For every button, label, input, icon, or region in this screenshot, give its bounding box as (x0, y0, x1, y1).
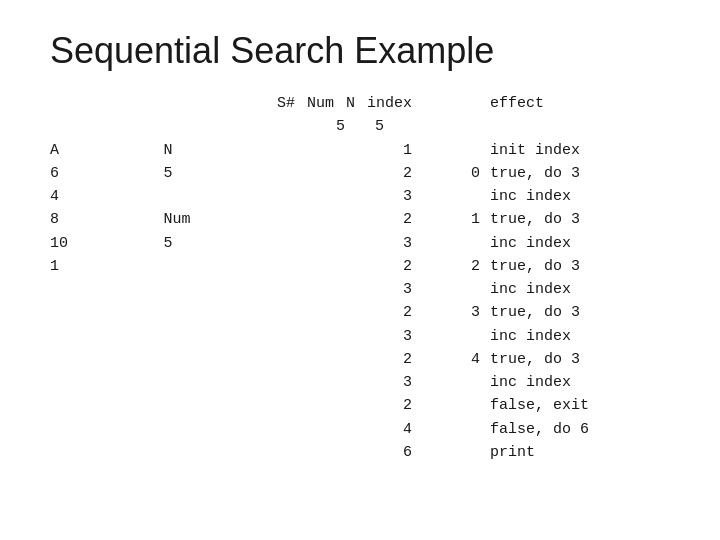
content-area: S# Num N index A 6 4 8 10 1 S# Num N ind… (50, 92, 670, 464)
col-n-val: 5 (163, 162, 276, 185)
s-val-4: 2 (277, 208, 412, 231)
s-header: S# (277, 92, 295, 115)
s-val-8: 2 (277, 301, 412, 324)
s-val-14: 6 (277, 441, 412, 464)
s-val-13: 4 (277, 418, 412, 441)
effect-header: effect (490, 92, 670, 115)
index-val-4: 3 (420, 301, 480, 324)
col-a-val-4: 10 (50, 232, 163, 255)
effect-val-8: true, do 3 (490, 301, 670, 324)
main-table: S# Num N index 5 5 1 2 3 2 3 2 3 2 3 (277, 92, 670, 464)
col-n-header: N (163, 139, 276, 162)
effect-val-2: true, do 3 (490, 162, 670, 185)
n-col-val: 5 (375, 115, 384, 138)
s-val-12: 2 (277, 394, 412, 417)
num-col-val: 5 (336, 115, 345, 138)
s-val-10: 2 (277, 348, 412, 371)
page: Sequential Search Example S# Num N index… (0, 0, 720, 540)
col-a-val-5: 1 (50, 255, 163, 278)
s-val-7: 3 (277, 278, 412, 301)
col-s: S# Num N index 5 5 1 2 3 2 3 2 3 2 3 (277, 92, 420, 464)
s-val-6: 2 (277, 255, 412, 278)
col-a-val-3: 8 (50, 208, 163, 231)
col-num-header: Num (163, 208, 276, 231)
effect-val-10: true, do 3 (490, 348, 670, 371)
effect-val-12: false, exit (490, 394, 670, 417)
col-a-val-2: 4 (50, 185, 163, 208)
col-a-val-1: 6 (50, 162, 163, 185)
index-val-3: 2 (420, 255, 480, 278)
effect-val-6: true, do 3 (490, 255, 670, 278)
s-val-5: 3 (277, 232, 412, 255)
s-val-2: 2 (277, 162, 412, 185)
index-header: index (367, 92, 412, 115)
col-effect: effect init index true, do 3 inc index t… (490, 92, 670, 464)
page-title: Sequential Search Example (50, 30, 670, 72)
s-val-3: 3 (277, 185, 412, 208)
effect-val-4: true, do 3 (490, 208, 670, 231)
n-col-header: N (346, 92, 355, 115)
effect-val-7: inc index (490, 278, 670, 301)
col-a: S# Num N index A 6 4 8 10 1 (50, 92, 163, 464)
index-val-2: 1 (420, 208, 480, 231)
effect-val-3: inc index (490, 185, 670, 208)
s-val-1: 1 (277, 139, 412, 162)
effect-val-5: inc index (490, 232, 670, 255)
effect-val-1: init index (490, 139, 670, 162)
effect-val-13: false, do 6 (490, 418, 670, 441)
col-index: 0 1 2 3 4 (420, 92, 490, 464)
num-col-header: Num (307, 92, 334, 115)
col-a-header: A (50, 139, 163, 162)
effect-val-14: print (490, 441, 670, 464)
s-val-11: 3 (277, 371, 412, 394)
col-num-val: 5 (163, 232, 276, 255)
col-n: S# Num N index N 5 Num 5 (163, 92, 276, 464)
effect-val-9: inc index (490, 325, 670, 348)
effect-val-11: inc index (490, 371, 670, 394)
index-val-5: 4 (420, 348, 480, 371)
index-val-1: 0 (420, 162, 480, 185)
s-val-9: 3 (277, 325, 412, 348)
